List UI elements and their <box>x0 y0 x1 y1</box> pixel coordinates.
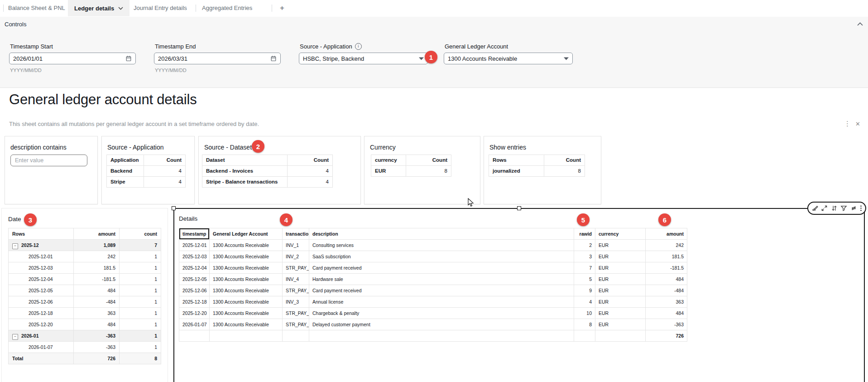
details-column-header-amount[interactable]: amount <box>646 228 687 240</box>
pivot-column-header[interactable]: count <box>120 228 161 240</box>
pivot-column-header[interactable]: amount <box>74 228 120 240</box>
tab-balance-sheet-pnl[interactable]: Balance Sheet & PNL <box>8 0 65 16</box>
details-data-row[interactable]: 2026-01-071300 Accounts ReceivableSTR_PA… <box>179 319 687 330</box>
pivot-row[interactable]: 2025-12-03181.51 <box>9 262 161 274</box>
table-cell: Dataset <box>202 155 288 166</box>
pivot-row[interactable]: −2026-01-3631 <box>9 330 161 342</box>
tab-divider <box>196 5 196 12</box>
details-data-row[interactable]: 2025-12-031300 Accounts ReceivableINV_2S… <box>179 251 687 262</box>
details-data-row[interactable]: 2025-12-051300 Accounts ReceivableINV_4H… <box>179 274 687 285</box>
source-application-dropdown[interactable]: HSBC, Stripe, Backend <box>299 53 428 64</box>
pivot-row-label: 2025-12-01 <box>9 251 74 262</box>
collapse-group-icon[interactable]: − <box>12 334 18 340</box>
maximize-icon[interactable] <box>821 205 828 212</box>
details-table-widget[interactable]: Details timestampGeneral Ledger Accountt… <box>173 208 865 382</box>
details-column-header-description[interactable]: description <box>309 228 574 240</box>
details-cell: 8 <box>574 319 595 330</box>
details-cell: 7 <box>574 262 595 274</box>
pivot-row[interactable]: 2025-12-012421 <box>9 251 161 262</box>
general-ledger-account-dropdown[interactable]: 1300 Accounts Receivable <box>444 53 573 64</box>
details-total-row[interactable]: 726 <box>179 330 687 342</box>
tab-divider <box>272 5 272 12</box>
resize-handle-top-center[interactable] <box>517 206 521 210</box>
date-pivot-table: Rowsamountcount−2025-121,08972025-12-012… <box>8 228 161 364</box>
add-sheet-tab-button[interactable]: + <box>280 0 284 16</box>
close-icon[interactable]: ✕ <box>855 121 860 127</box>
filter-table-header: ApplicationCount <box>107 155 186 166</box>
calendar-icon[interactable] <box>270 55 277 62</box>
filter-icon[interactable] <box>840 205 847 212</box>
filter-table-row[interactable]: Stripe4 <box>107 177 186 188</box>
tab-journal-entry-details[interactable]: Journal Entry details <box>134 0 187 16</box>
table-cell: Count <box>144 155 186 166</box>
pivot-value-cell: 1 <box>120 274 161 285</box>
card-currency: Currency currencyCountEUR8 <box>364 136 480 204</box>
kebab-menu-icon[interactable]: ⋮ <box>844 120 851 128</box>
timestamp-start-input[interactable] <box>9 53 136 64</box>
details-cell: 2025-12-01 <box>179 240 210 251</box>
pivot-value-cell: 1 <box>120 251 161 262</box>
filter-table-row[interactable]: Stripe - Balance transactions4 <box>202 177 333 188</box>
description-filter-input[interactable] <box>10 155 87 166</box>
pivot-value-cell: -363 <box>74 342 120 353</box>
filter-table-row[interactable]: EUR8 <box>371 166 451 177</box>
chevron-down-icon <box>118 7 123 10</box>
tab-aggregated-entries[interactable]: Aggregated Entries <box>202 0 252 16</box>
pivot-row-label: Total <box>9 353 74 364</box>
details-cell: 1300 Accounts Receivable <box>210 251 283 262</box>
pivot-column-header[interactable]: Rows <box>9 228 74 240</box>
table-cell: currency <box>371 155 406 166</box>
annotation-badge-6: 6 <box>658 213 671 226</box>
control-timestamp-start: Timestamp Start YYYY/MM/DD <box>9 17 136 87</box>
pivot-row[interactable]: 2026-01-07-3631 <box>9 342 161 353</box>
collapse-controls-icon[interactable] <box>857 22 863 26</box>
sort-icon[interactable] <box>831 205 838 212</box>
pivot-row[interactable]: −2025-121,0897 <box>9 240 161 251</box>
pivot-row[interactable]: 2025-12-06-4841 <box>9 296 161 308</box>
pivot-row[interactable]: 2025-12-204841 <box>9 319 161 330</box>
tab-ledger-details[interactable]: Ledger details <box>68 0 129 16</box>
details-data-row[interactable]: 2025-12-061300 Accounts ReceivableSTR_PA… <box>179 285 687 296</box>
pivot-row[interactable]: Total7268 <box>9 353 161 364</box>
details-cell: 10 <box>574 308 595 319</box>
filter-table-row[interactable]: journalized8 <box>489 166 585 177</box>
details-cell: Card payment received <box>309 285 574 296</box>
filter-table-row[interactable]: Backend4 <box>107 166 186 177</box>
details-data-row[interactable]: 2025-12-041300 Accounts ReceivableSTR_PA… <box>179 262 687 274</box>
details-cell: STR_PAY_3 <box>283 319 309 330</box>
show-entries-table: RowsCountjournalized8 <box>489 155 585 177</box>
calendar-icon[interactable] <box>125 55 132 62</box>
details-cell: 181.5 <box>646 251 687 262</box>
details-cell: EUR <box>595 251 646 262</box>
pivot-value-cell: 1 <box>120 342 161 353</box>
card-title: Source - Dataset <box>204 144 252 151</box>
details-cell: 2025-12-04 <box>179 262 210 274</box>
details-column-header-rawid[interactable]: rawid <box>574 228 595 240</box>
pivot-row[interactable]: 2025-12-054841 <box>9 285 161 296</box>
details-column-header-currency[interactable]: currency <box>595 228 646 240</box>
filter-table-row[interactable]: Backend - Invoices4 <box>202 166 333 177</box>
pivot-value-cell: 1,089 <box>74 240 120 251</box>
details-cell: EUR <box>595 262 646 274</box>
details-data-row[interactable]: 2025-12-181300 Accounts ReceivableINV_3A… <box>179 296 687 308</box>
pivot-row[interactable]: 2025-12-04-181.51 <box>9 274 161 285</box>
date-value[interactable] <box>158 55 270 62</box>
resize-handle-top-left[interactable] <box>172 206 176 210</box>
edit-visual-icon[interactable] <box>811 205 818 212</box>
pivot-row-label: 2025-12-18 <box>9 308 74 319</box>
collapse-group-icon[interactable]: − <box>12 243 18 249</box>
info-icon[interactable]: i <box>355 43 362 50</box>
swap-axes-icon[interactable] <box>850 205 857 212</box>
pivot-row[interactable]: 2025-12-183631 <box>9 308 161 319</box>
date-value[interactable] <box>13 55 125 62</box>
details-cell: EUR <box>595 274 646 285</box>
details-cell: SaaS subscription <box>309 251 574 262</box>
details-column-header-general-ledger-account[interactable]: General Ledger Account <box>210 228 283 240</box>
menu-dots-icon[interactable] <box>860 205 862 212</box>
details-column-header-transactionid[interactable]: transactionid <box>283 228 309 240</box>
details-data-row[interactable]: 2025-12-011300 Accounts ReceivableINV_1C… <box>179 240 687 251</box>
details-column-header-timestamp[interactable]: timestamp <box>179 228 210 240</box>
details-cell: 484 <box>646 308 687 319</box>
timestamp-end-input[interactable] <box>154 53 281 64</box>
details-data-row[interactable]: 2025-12-201300 Accounts ReceivableSTR_PA… <box>179 308 687 319</box>
